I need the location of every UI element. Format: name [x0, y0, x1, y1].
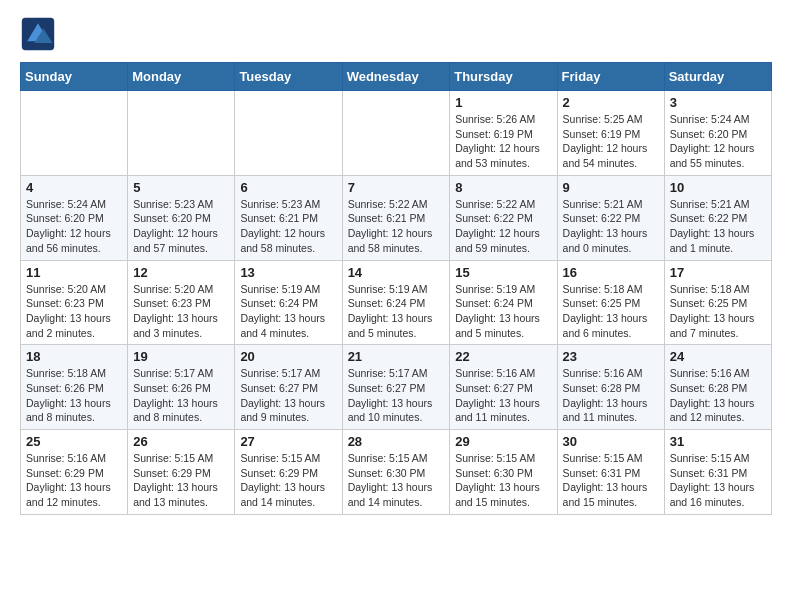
calendar-cell: 29Sunrise: 5:15 AM Sunset: 6:30 PM Dayli… [450, 430, 557, 515]
day-number: 7 [348, 180, 445, 195]
day-info: Sunrise: 5:17 AM Sunset: 6:26 PM Dayligh… [133, 366, 229, 425]
day-info: Sunrise: 5:18 AM Sunset: 6:25 PM Dayligh… [670, 282, 766, 341]
calendar-cell: 1Sunrise: 5:26 AM Sunset: 6:19 PM Daylig… [450, 91, 557, 176]
day-info: Sunrise: 5:23 AM Sunset: 6:20 PM Dayligh… [133, 197, 229, 256]
calendar-cell: 30Sunrise: 5:15 AM Sunset: 6:31 PM Dayli… [557, 430, 664, 515]
day-number: 8 [455, 180, 551, 195]
calendar-cell: 15Sunrise: 5:19 AM Sunset: 6:24 PM Dayli… [450, 260, 557, 345]
calendar-cell: 16Sunrise: 5:18 AM Sunset: 6:25 PM Dayli… [557, 260, 664, 345]
calendar-cell [342, 91, 450, 176]
day-number: 24 [670, 349, 766, 364]
day-number: 23 [563, 349, 659, 364]
calendar-cell: 25Sunrise: 5:16 AM Sunset: 6:29 PM Dayli… [21, 430, 128, 515]
day-number: 14 [348, 265, 445, 280]
calendar-cell: 18Sunrise: 5:18 AM Sunset: 6:26 PM Dayli… [21, 345, 128, 430]
calendar-cell: 27Sunrise: 5:15 AM Sunset: 6:29 PM Dayli… [235, 430, 342, 515]
day-number: 27 [240, 434, 336, 449]
day-number: 28 [348, 434, 445, 449]
day-number: 12 [133, 265, 229, 280]
calendar-cell: 2Sunrise: 5:25 AM Sunset: 6:19 PM Daylig… [557, 91, 664, 176]
day-info: Sunrise: 5:15 AM Sunset: 6:30 PM Dayligh… [455, 451, 551, 510]
day-header-sunday: Sunday [21, 63, 128, 91]
day-info: Sunrise: 5:19 AM Sunset: 6:24 PM Dayligh… [240, 282, 336, 341]
day-number: 21 [348, 349, 445, 364]
day-number: 13 [240, 265, 336, 280]
day-number: 19 [133, 349, 229, 364]
day-number: 6 [240, 180, 336, 195]
header [20, 16, 772, 52]
day-info: Sunrise: 5:15 AM Sunset: 6:29 PM Dayligh… [240, 451, 336, 510]
day-number: 30 [563, 434, 659, 449]
calendar-cell: 8Sunrise: 5:22 AM Sunset: 6:22 PM Daylig… [450, 175, 557, 260]
calendar-cell: 4Sunrise: 5:24 AM Sunset: 6:20 PM Daylig… [21, 175, 128, 260]
calendar-header-row: SundayMondayTuesdayWednesdayThursdayFrid… [21, 63, 772, 91]
calendar-cell: 21Sunrise: 5:17 AM Sunset: 6:27 PM Dayli… [342, 345, 450, 430]
day-number: 15 [455, 265, 551, 280]
day-info: Sunrise: 5:21 AM Sunset: 6:22 PM Dayligh… [670, 197, 766, 256]
calendar-cell: 10Sunrise: 5:21 AM Sunset: 6:22 PM Dayli… [664, 175, 771, 260]
day-number: 9 [563, 180, 659, 195]
calendar: SundayMondayTuesdayWednesdayThursdayFrid… [20, 62, 772, 515]
day-info: Sunrise: 5:15 AM Sunset: 6:29 PM Dayligh… [133, 451, 229, 510]
calendar-cell: 13Sunrise: 5:19 AM Sunset: 6:24 PM Dayli… [235, 260, 342, 345]
day-info: Sunrise: 5:20 AM Sunset: 6:23 PM Dayligh… [133, 282, 229, 341]
calendar-cell: 28Sunrise: 5:15 AM Sunset: 6:30 PM Dayli… [342, 430, 450, 515]
day-number: 4 [26, 180, 122, 195]
day-info: Sunrise: 5:17 AM Sunset: 6:27 PM Dayligh… [348, 366, 445, 425]
day-number: 10 [670, 180, 766, 195]
calendar-cell: 14Sunrise: 5:19 AM Sunset: 6:24 PM Dayli… [342, 260, 450, 345]
day-info: Sunrise: 5:21 AM Sunset: 6:22 PM Dayligh… [563, 197, 659, 256]
calendar-cell: 17Sunrise: 5:18 AM Sunset: 6:25 PM Dayli… [664, 260, 771, 345]
day-info: Sunrise: 5:15 AM Sunset: 6:31 PM Dayligh… [670, 451, 766, 510]
day-info: Sunrise: 5:24 AM Sunset: 6:20 PM Dayligh… [26, 197, 122, 256]
day-header-tuesday: Tuesday [235, 63, 342, 91]
day-info: Sunrise: 5:16 AM Sunset: 6:27 PM Dayligh… [455, 366, 551, 425]
day-info: Sunrise: 5:17 AM Sunset: 6:27 PM Dayligh… [240, 366, 336, 425]
day-info: Sunrise: 5:22 AM Sunset: 6:22 PM Dayligh… [455, 197, 551, 256]
day-number: 17 [670, 265, 766, 280]
calendar-week-4: 18Sunrise: 5:18 AM Sunset: 6:26 PM Dayli… [21, 345, 772, 430]
calendar-cell [235, 91, 342, 176]
day-info: Sunrise: 5:19 AM Sunset: 6:24 PM Dayligh… [455, 282, 551, 341]
calendar-cell: 5Sunrise: 5:23 AM Sunset: 6:20 PM Daylig… [128, 175, 235, 260]
day-number: 16 [563, 265, 659, 280]
day-number: 18 [26, 349, 122, 364]
calendar-cell: 12Sunrise: 5:20 AM Sunset: 6:23 PM Dayli… [128, 260, 235, 345]
day-info: Sunrise: 5:15 AM Sunset: 6:30 PM Dayligh… [348, 451, 445, 510]
calendar-cell [21, 91, 128, 176]
day-header-wednesday: Wednesday [342, 63, 450, 91]
calendar-cell: 9Sunrise: 5:21 AM Sunset: 6:22 PM Daylig… [557, 175, 664, 260]
day-number: 26 [133, 434, 229, 449]
day-number: 2 [563, 95, 659, 110]
day-number: 5 [133, 180, 229, 195]
calendar-cell: 26Sunrise: 5:15 AM Sunset: 6:29 PM Dayli… [128, 430, 235, 515]
calendar-cell: 23Sunrise: 5:16 AM Sunset: 6:28 PM Dayli… [557, 345, 664, 430]
day-info: Sunrise: 5:18 AM Sunset: 6:26 PM Dayligh… [26, 366, 122, 425]
calendar-cell [128, 91, 235, 176]
calendar-week-2: 4Sunrise: 5:24 AM Sunset: 6:20 PM Daylig… [21, 175, 772, 260]
calendar-cell: 19Sunrise: 5:17 AM Sunset: 6:26 PM Dayli… [128, 345, 235, 430]
day-info: Sunrise: 5:20 AM Sunset: 6:23 PM Dayligh… [26, 282, 122, 341]
logo [20, 16, 60, 52]
day-number: 20 [240, 349, 336, 364]
day-info: Sunrise: 5:18 AM Sunset: 6:25 PM Dayligh… [563, 282, 659, 341]
day-info: Sunrise: 5:23 AM Sunset: 6:21 PM Dayligh… [240, 197, 336, 256]
day-info: Sunrise: 5:19 AM Sunset: 6:24 PM Dayligh… [348, 282, 445, 341]
logo-icon [20, 16, 56, 52]
day-info: Sunrise: 5:26 AM Sunset: 6:19 PM Dayligh… [455, 112, 551, 171]
day-number: 29 [455, 434, 551, 449]
page: SundayMondayTuesdayWednesdayThursdayFrid… [0, 0, 792, 535]
calendar-cell: 11Sunrise: 5:20 AM Sunset: 6:23 PM Dayli… [21, 260, 128, 345]
calendar-week-5: 25Sunrise: 5:16 AM Sunset: 6:29 PM Dayli… [21, 430, 772, 515]
calendar-cell: 24Sunrise: 5:16 AM Sunset: 6:28 PM Dayli… [664, 345, 771, 430]
day-info: Sunrise: 5:24 AM Sunset: 6:20 PM Dayligh… [670, 112, 766, 171]
day-header-thursday: Thursday [450, 63, 557, 91]
day-info: Sunrise: 5:16 AM Sunset: 6:29 PM Dayligh… [26, 451, 122, 510]
calendar-cell: 6Sunrise: 5:23 AM Sunset: 6:21 PM Daylig… [235, 175, 342, 260]
calendar-week-1: 1Sunrise: 5:26 AM Sunset: 6:19 PM Daylig… [21, 91, 772, 176]
day-number: 1 [455, 95, 551, 110]
day-info: Sunrise: 5:15 AM Sunset: 6:31 PM Dayligh… [563, 451, 659, 510]
day-number: 22 [455, 349, 551, 364]
day-number: 31 [670, 434, 766, 449]
calendar-cell: 20Sunrise: 5:17 AM Sunset: 6:27 PM Dayli… [235, 345, 342, 430]
